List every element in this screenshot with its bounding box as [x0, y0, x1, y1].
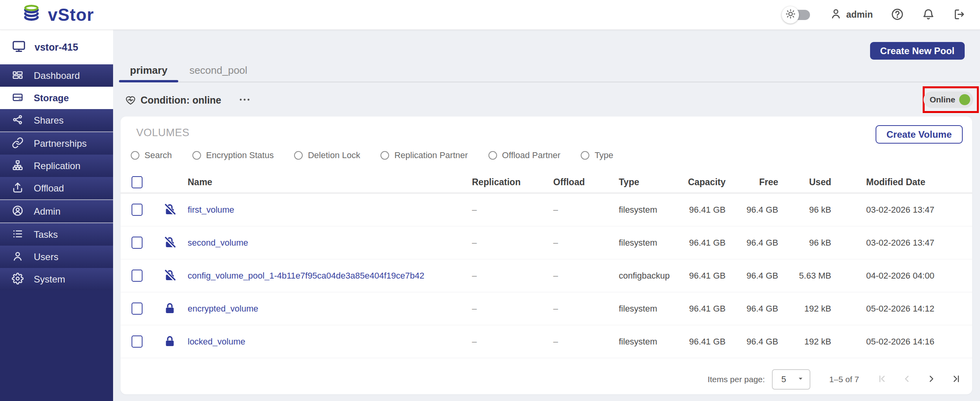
- vstor-app: vStor admin vstor-415 DashboardStorageSh…: [0, 0, 980, 401]
- cell-free: 96.4 GB: [726, 271, 778, 281]
- filter-search: Search: [131, 150, 172, 160]
- volume-name-link[interactable]: first_volume: [188, 205, 472, 215]
- row-checkbox[interactable]: [132, 303, 143, 315]
- volume-name-link[interactable]: second_volume: [188, 238, 472, 248]
- volume-name-link[interactable]: encrypted_volume: [188, 304, 472, 314]
- sidebar-item-tasks[interactable]: Tasks: [0, 223, 113, 246]
- logo-text: vStor: [48, 5, 94, 25]
- vstor-logo-icon: [20, 3, 42, 27]
- cell-free: 96.4 GB: [726, 205, 778, 215]
- monitor-icon: [12, 39, 26, 55]
- sidebar-item-users[interactable]: Users: [0, 246, 113, 268]
- last-page-button[interactable]: [951, 373, 962, 386]
- table-row: config_volume_pool_1-4b11e7f95ca04de3a85…: [121, 259, 972, 292]
- bell-icon: [922, 8, 935, 22]
- condition-label: Condition: online: [141, 95, 221, 106]
- lock-off-icon: [163, 203, 188, 217]
- filter-radio-type[interactable]: [581, 151, 589, 160]
- cell-capacity: 96.41 GB: [671, 238, 726, 248]
- top-bar: vStor admin: [0, 0, 980, 30]
- cell-replication: –: [472, 238, 553, 248]
- cell-capacity: 96.41 GB: [671, 304, 726, 314]
- column-header-modified-date: Modified Date: [831, 177, 963, 188]
- cell-type: filesystem: [619, 205, 671, 215]
- pagination: Items per page: 5 1–5 of 7: [121, 365, 972, 394]
- volume-name-link[interactable]: config_volume_pool_1-4b11e7f95ca04de3a85…: [188, 271, 472, 281]
- sidebar-item-system[interactable]: System: [0, 268, 113, 290]
- row-checkbox[interactable]: [132, 237, 143, 249]
- username: admin: [846, 9, 873, 20]
- cell-free: 96.4 GB: [726, 304, 778, 314]
- filter-radio-deletion-lock[interactable]: [294, 151, 303, 160]
- items-per-page-select[interactable]: 5: [772, 369, 810, 390]
- row-checkbox[interactable]: [132, 335, 143, 348]
- table-row: encrypted_volume––filesystem96.41 GB96.4…: [121, 292, 972, 325]
- notifications-button[interactable]: [922, 8, 935, 22]
- filter-replication-partner: Replication Partner: [380, 150, 468, 160]
- next-page-button[interactable]: [926, 373, 937, 386]
- cell-replication: –: [472, 271, 553, 281]
- last-page-icon: [951, 373, 962, 386]
- user-menu[interactable]: admin: [830, 7, 873, 22]
- pool-more-options-button[interactable]: [238, 93, 251, 108]
- sidebar-item-dashboard[interactable]: Dashboard: [0, 64, 113, 87]
- sun-icon: [782, 6, 799, 24]
- filter-radio-offload-partner[interactable]: [488, 151, 497, 160]
- filter-encryption-status: Encryption Status: [192, 150, 274, 160]
- logout-button[interactable]: [953, 8, 966, 22]
- tab-second_pool[interactable]: second_pool: [178, 59, 258, 82]
- system-icon: [12, 273, 24, 286]
- sidebar-item-label: Partnerships: [34, 138, 87, 149]
- filter-radio-replication-partner[interactable]: [380, 151, 389, 160]
- pool-status-badge[interactable]: Online: [923, 91, 973, 108]
- sidebar-item-offload[interactable]: Offload: [0, 177, 113, 199]
- sidebar-item-replication[interactable]: Replication: [0, 155, 113, 177]
- sidebar-item-shares[interactable]: Shares: [0, 109, 113, 131]
- row-checkbox[interactable]: [132, 204, 143, 216]
- sidebar-item-label: Replication: [34, 160, 80, 171]
- sidebar-item-partnerships[interactable]: Partnerships: [0, 132, 113, 155]
- dashboard-icon: [12, 69, 24, 82]
- next-page-icon: [926, 373, 937, 386]
- create-volume-button[interactable]: Create Volume: [876, 125, 963, 144]
- tab-label: primary: [130, 64, 167, 77]
- sidebar-node[interactable]: vstor-415: [0, 30, 113, 64]
- pool-tabs: primarysecond_pool: [119, 59, 980, 82]
- create-new-pool-button[interactable]: Create New Pool: [870, 42, 965, 60]
- vstor-logo: vStor: [20, 3, 94, 27]
- row-checkbox[interactable]: [132, 270, 143, 282]
- table-header-row: NameReplicationOffloadTypeCapacityFreeUs…: [121, 171, 972, 193]
- cell-replication: –: [472, 337, 553, 347]
- cell-used: 192 kB: [778, 304, 831, 314]
- heartbeat-icon: [125, 95, 136, 106]
- theme-toggle[interactable]: [782, 6, 812, 24]
- filter-radio-encryption-status[interactable]: [192, 151, 201, 160]
- cell-used: 96 kB: [778, 238, 831, 248]
- status-badge-label: Online: [930, 95, 955, 104]
- help-button[interactable]: [891, 8, 904, 22]
- volumes-table: NameReplicationOffloadTypeCapacityFreeUs…: [121, 171, 972, 358]
- select-all-checkbox[interactable]: [132, 176, 143, 188]
- storage-icon: [12, 91, 24, 105]
- help-icon: [891, 8, 904, 22]
- cell-modified: 05-02-2026 14:12: [831, 304, 963, 314]
- prev-page-icon: [901, 373, 912, 386]
- column-header-offload: Offload: [553, 177, 619, 188]
- sidebar-item-admin[interactable]: Admin: [0, 200, 113, 222]
- admin-icon: [12, 205, 24, 218]
- cell-free: 96.4 GB: [726, 238, 778, 248]
- main-content: Create New Pool primarysecond_pool Condi…: [113, 30, 980, 401]
- tab-primary[interactable]: primary: [119, 59, 178, 82]
- filter-radio-search[interactable]: [131, 151, 139, 160]
- sidebar-item-label: Storage: [34, 93, 69, 104]
- filter-label: Deletion Lock: [308, 150, 360, 160]
- online-status-annotation: Online: [923, 86, 979, 113]
- tasks-icon: [12, 228, 24, 241]
- cell-offload: –: [553, 205, 619, 215]
- cell-free: 96.4 GB: [726, 337, 778, 347]
- volume-name-link[interactable]: locked_volume: [188, 337, 472, 347]
- lock-icon: [163, 335, 188, 348]
- filter-label: Type: [594, 150, 613, 160]
- cell-capacity: 96.41 GB: [671, 205, 726, 215]
- sidebar-item-storage[interactable]: Storage: [0, 87, 113, 109]
